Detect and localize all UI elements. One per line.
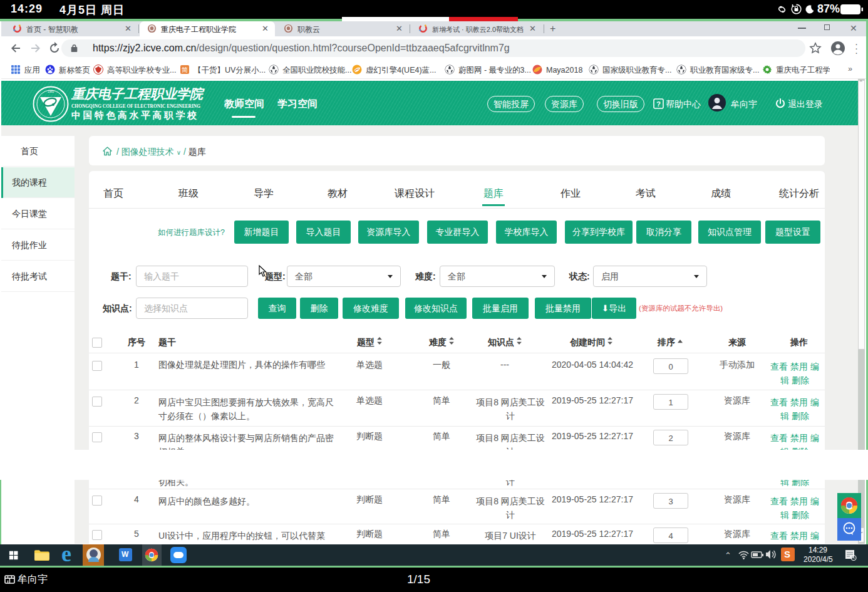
- svg-text:简: 简: [182, 66, 188, 73]
- svg-text:?: ?: [656, 100, 661, 108]
- svg-text:1965: 1965: [48, 90, 54, 93]
